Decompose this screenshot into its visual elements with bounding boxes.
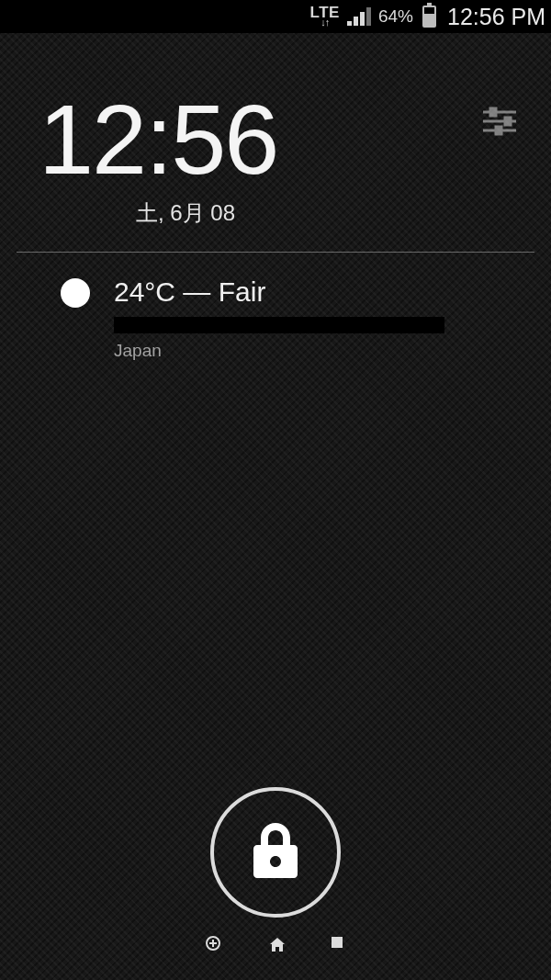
weather-location: Japan	[114, 341, 514, 361]
signal-icon	[347, 7, 371, 26]
add-icon[interactable]	[206, 936, 220, 951]
home-icon[interactable]	[268, 936, 283, 951]
data-arrows-icon: ↓↑	[320, 18, 329, 26]
lockscreen-content: 12:56 土, 6月 08 24°C — Fair Japan	[0, 33, 551, 980]
weather-summary: 24°C — Fair	[114, 276, 514, 308]
lock-icon	[250, 821, 301, 884]
network-indicator: LTE ↓↑	[310, 7, 340, 27]
weather-widget[interactable]: 24°C — Fair Japan	[0, 253, 551, 361]
unlock-ring[interactable]	[210, 787, 341, 918]
redacted-bar	[114, 317, 444, 333]
battery-icon	[422, 6, 436, 28]
battery-percent: 64%	[378, 6, 413, 27]
svg-rect-9	[332, 937, 343, 948]
sliders-icon[interactable]	[481, 105, 518, 141]
svg-rect-3	[490, 108, 496, 116]
statusbar-clock: 12:56 PM	[447, 4, 545, 30]
page-indicator[interactable]	[206, 936, 345, 951]
unlock-area	[0, 787, 551, 951]
status-bar: LTE ↓↑ 64% 12:56 PM	[0, 0, 551, 33]
svg-rect-5	[496, 127, 501, 134]
square-icon[interactable]	[331, 936, 345, 951]
svg-rect-4	[505, 118, 511, 125]
clock-time: 12:56	[39, 90, 523, 189]
clock-widget[interactable]: 12:56 土, 6月 08	[0, 33, 551, 242]
clock-date: 土, 6月 08	[136, 198, 523, 228]
weather-condition-icon	[61, 278, 90, 308]
